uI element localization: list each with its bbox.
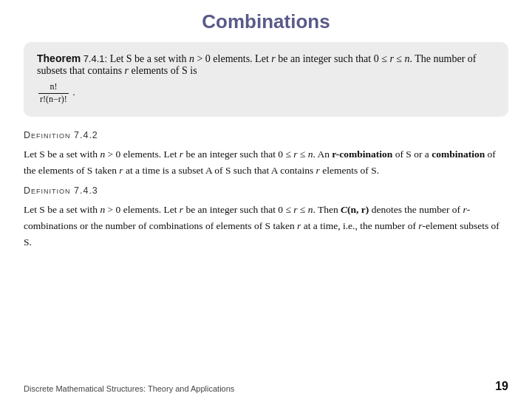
page: Combinations Theorem 7.4.1: Let S be a s…	[0, 0, 532, 399]
definition-7-4-3-header: Definition 7.4.3	[24, 185, 508, 196]
footer: Discrete Mathematical Structures: Theory…	[24, 380, 508, 393]
cnr-term: C	[341, 204, 347, 215]
theorem-box: Theorem 7.4.1: Let S be a set with n > 0…	[24, 42, 508, 117]
footer-left: Discrete Mathematical Structures: Theory…	[24, 384, 234, 393]
footer-page-number: 19	[495, 380, 508, 393]
theorem-label: Theorem	[37, 52, 81, 64]
page-title: Combinations	[24, 0, 508, 42]
definition-7-4-3-body: Let S be a set with n > 0 elements. Let …	[24, 202, 508, 250]
cnr-parens: (n, r)	[347, 204, 369, 215]
combination-term: combination	[432, 149, 485, 160]
fraction-numerator: n!	[38, 81, 69, 94]
fraction-suffix: .	[72, 86, 75, 98]
theorem-number: 7.4.1:	[83, 53, 108, 64]
fraction-denominator: r!(n−r)!	[38, 94, 69, 106]
theorem-body: n! r!(n−r)! .	[37, 80, 495, 106]
fraction: n! r!(n−r)!	[38, 81, 69, 105]
definition-7-4-2-body: Let S be a set with n > 0 elements. Let …	[24, 146, 508, 178]
r-combination-term: r-combination	[332, 149, 392, 160]
theorem-title: Theorem 7.4.1: Let S be a set with n > 0…	[37, 52, 495, 77]
definition-7-4-2-header: Definition 7.4.2	[24, 130, 508, 140]
